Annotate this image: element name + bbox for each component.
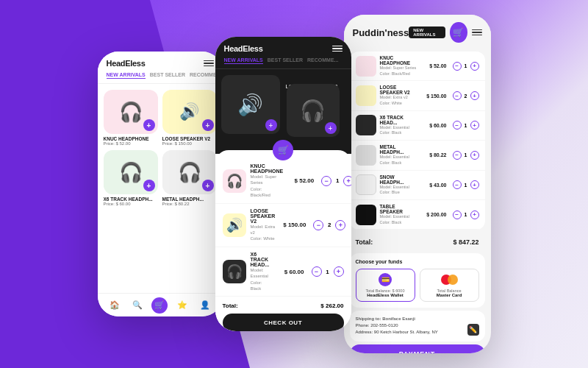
qty-value-3: 1 <box>325 269 331 275</box>
ph3-item-2-model: Model: Extra v2 <box>380 95 417 101</box>
home-nav-icon[interactable]: 🏠 <box>107 297 123 314</box>
qty-decrease-3[interactable]: − <box>312 266 322 277</box>
ph3-item-4-model: Model: Essential <box>380 155 417 160</box>
cart-item-2-img: 🔊 <box>223 213 246 237</box>
product-name-2: LOOSE SPEAKER V2 <box>162 136 217 141</box>
mastercard-icon <box>442 273 456 286</box>
new-arrivals-badge: NEW ARRIVALS <box>409 26 445 38</box>
phone2-tab-rec[interactable]: RECOMME... <box>307 57 338 64</box>
phone2-tab-new[interactable]: NEW ARRIVALS <box>224 57 263 64</box>
phone3-hamburger-icon[interactable] <box>472 29 482 36</box>
ph3-item-2-color: Color: White <box>380 101 417 107</box>
product-name-4: METAL HEADPH... <box>162 197 217 202</box>
payment-title: Choose your funds <box>356 259 479 264</box>
ph3-item-6-price: $ 200.00 <box>420 212 447 217</box>
payment-mastercard-option[interactable]: Total Balance Master Card <box>420 269 479 302</box>
cart-overlay: 🛒 🎧 KNUC HEADPHONE Model: Super Series C… <box>215 150 351 331</box>
add-product-4-btn[interactable]: + <box>202 180 214 191</box>
ph3-item-4-price: $ 80.22 <box>420 152 447 158</box>
nav-tab-best-seller[interactable]: BEST SELLER <box>150 72 185 79</box>
ph3-item-5-name: SNOW HEADPH... <box>380 174 417 185</box>
shipping-phone: Phone: 202-555-0120 <box>356 322 479 329</box>
phone-cart: HeadEless NEW ARRIVALS BEST SELLER RECOM… <box>215 37 351 331</box>
ph3-qty-inc-4[interactable]: + <box>470 151 479 160</box>
ph3-item-1-img <box>356 56 376 77</box>
ph3-qty-inc-2[interactable]: + <box>470 91 479 100</box>
cart-item-3: 🎧 X6 TRACK HEAD... Model: Essential Colo… <box>215 247 351 297</box>
cart-item-1-img: 🎧 <box>223 169 246 193</box>
ph3-item-5-color: Color: Blue <box>380 190 417 196</box>
edit-shipping-btn[interactable]: ✏️ <box>467 324 479 336</box>
cart-item-3-name: X6 TRACK HEAD... <box>251 252 273 267</box>
payment-wallet-option[interactable]: 💳 Total Balance: $ 6000 HeadEless Wallet <box>356 269 415 302</box>
ph3-qty-dec-6[interactable]: − <box>453 210 462 219</box>
hamburger-icon[interactable] <box>204 60 214 67</box>
ph3-qty-dec-4[interactable]: − <box>453 151 462 160</box>
ph3-qty-inc-1[interactable]: + <box>470 62 479 71</box>
wallet-icon: 💳 <box>379 273 392 286</box>
cart-item-1-qty: − 1 + <box>321 176 351 186</box>
add-product-1-btn[interactable]: + <box>143 119 155 131</box>
ph3-item-5-model: Model: Essential <box>380 185 417 191</box>
cart-item-2: 🔊 LOOSE SPEAKER V2 Model: Extra v2 Color… <box>215 204 351 247</box>
ph3-qty-inc-3[interactable]: + <box>470 121 479 130</box>
ph3-item-4-img <box>356 145 376 166</box>
phone2-tab-best[interactable]: BEST SELLER <box>268 57 303 64</box>
cart-item-3-model: Model: Essential <box>251 267 273 280</box>
product-price-1: Price: $ 52.00 <box>104 141 158 146</box>
ph3-qty-dec-2[interactable]: − <box>453 91 462 100</box>
search-nav-icon[interactable]: 🔍 <box>129 297 146 314</box>
ph3-item-4-name: METAL HEADPH... <box>380 144 417 155</box>
phone2-add-speaker-btn[interactable]: + <box>265 119 277 131</box>
cart-badge-icon: 🛒 <box>273 140 293 160</box>
phone1-product-grid: 🎧 + KNUC HEADPHONE Price: $ 52.00 🔊 + LO… <box>98 84 223 212</box>
ph3-item-3-color: Color: Black <box>380 130 417 136</box>
cart-nav-icon[interactable]: 🛒 <box>151 297 168 314</box>
phone3-cart-list: KNUC HEADPHONE Model: Super Series Color… <box>350 52 485 230</box>
checkout-button[interactable]: CHECK OUT <box>223 314 344 331</box>
ph3-item-1-name: KNUC HEADPHONE <box>380 55 417 66</box>
ph3-qty-val-1: 1 <box>464 63 468 68</box>
ph3-qty-dec-5[interactable]: − <box>453 180 462 189</box>
ph3-qty-val-5: 1 <box>464 183 468 188</box>
phone2-product-speaker: 🔊 + <box>221 75 280 134</box>
ph3-qty-dec-3[interactable]: − <box>453 121 462 130</box>
add-product-3-btn[interactable]: + <box>143 180 155 191</box>
phone2-hamburger-icon[interactable] <box>332 46 343 52</box>
nav-tab-new-arrivals[interactable]: NEW ARRIVALS <box>107 72 146 79</box>
ph3-total-label: Total: <box>356 238 373 246</box>
shipping-address: Address: 90 Ketch Harbour St. Albany, NY <box>356 329 479 336</box>
ph3-item-4: METAL HEADPH... Model: Essential Color: … <box>350 141 485 170</box>
favorites-nav-icon[interactable]: ⭐ <box>174 297 190 314</box>
cart-item-3-info: X6 TRACK HEAD... Model: Essential Color:… <box>251 252 273 292</box>
cart-item-3-color: Color: Black <box>251 280 273 292</box>
ph3-item-6-img <box>356 205 376 225</box>
qty-decrease-1[interactable]: − <box>321 176 331 186</box>
product-img-1: 🎧 + <box>104 90 158 134</box>
phone-product-listing: HeadEless NEW ARRIVALS BEST SELLER RECOM… <box>98 52 223 316</box>
total-label: Total: <box>223 302 238 309</box>
phone3-cart-icon[interactable]: 🛒 <box>450 22 467 43</box>
cart-item-2-qty: − 2 + <box>313 220 345 230</box>
phone3-header: Puddin'ness NEW ARRIVALS 🛒 <box>344 15 491 47</box>
payment-button[interactable]: PAYMENT <box>350 344 485 353</box>
product-card-1: 🎧 + KNUC HEADPHONE Price: $ 52.00 <box>104 90 158 146</box>
ph3-item-1-price: $ 52.00 <box>420 63 447 68</box>
profile-nav-icon[interactable]: 👤 <box>197 297 213 314</box>
qty-increase-2[interactable]: + <box>335 220 345 230</box>
ph3-qty-val-6: 1 <box>464 212 468 217</box>
qty-decrease-2[interactable]: − <box>313 220 323 230</box>
add-product-2-btn[interactable]: + <box>202 119 214 131</box>
ph3-item-1: KNUC HEADPHONE Model: Super Series Color… <box>350 52 485 81</box>
phone3-title: Puddin'ness <box>353 27 409 38</box>
ph3-item-6-color: Color: Black <box>380 220 417 226</box>
ph3-qty-inc-6[interactable]: + <box>470 210 479 219</box>
ph3-item-6-name: TABLE SPEAKER <box>380 204 417 214</box>
shipping-title: Shipping to: Boniface Esanji <box>356 316 479 321</box>
product-img-4: 🎧 + <box>162 150 217 194</box>
qty-increase-3[interactable]: + <box>334 266 344 277</box>
ph3-qty-dec-1[interactable]: − <box>453 62 462 71</box>
ph3-qty-inc-5[interactable]: + <box>470 180 479 189</box>
qty-increase-1[interactable]: + <box>343 176 351 186</box>
phone2-add-headphone-btn[interactable]: + <box>325 122 337 134</box>
